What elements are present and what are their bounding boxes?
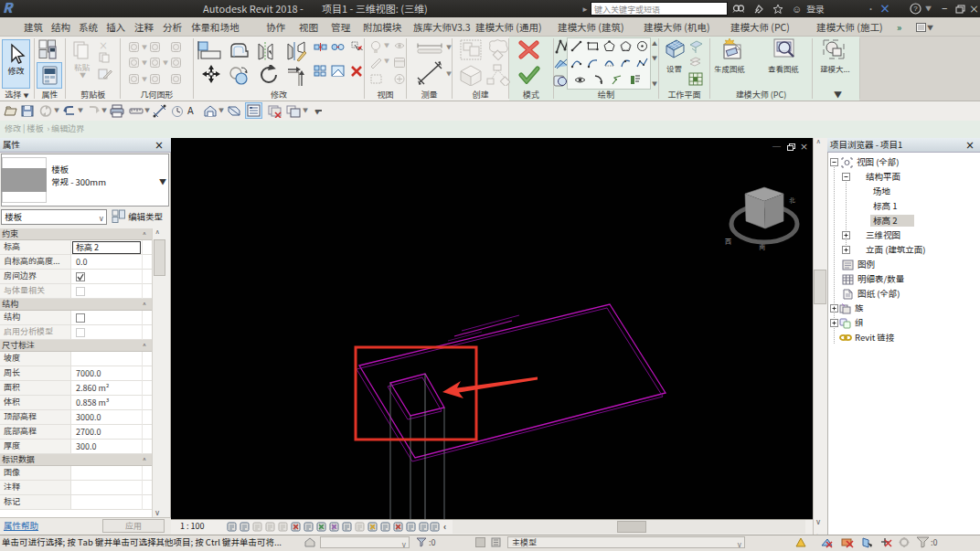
svg-text:南: 南 [759,242,765,251]
svg-text:?: ? [913,5,918,13]
svg-text:北: 北 [789,196,795,205]
svg-text:西: 西 [725,237,731,246]
